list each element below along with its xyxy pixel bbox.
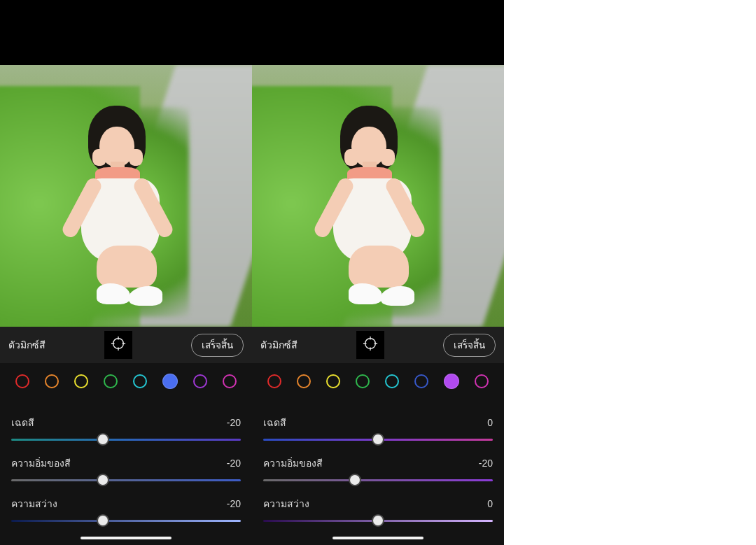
slider-label: เฉดสี (263, 415, 286, 430)
panel-right: ตัวมิกซ์สี เสร็จสิ้น เฉดสี (252, 65, 504, 545)
slider-track[interactable] (263, 472, 493, 489)
slider-value: -20 (227, 417, 241, 428)
slider-value: -20 (227, 498, 241, 509)
swatch-red[interactable] (267, 374, 281, 388)
slider-track[interactable] (263, 432, 493, 448)
slider-hue: เฉดสี -20 (11, 415, 241, 448)
swatch-blue[interactable] (414, 374, 428, 388)
swatch-purple[interactable] (444, 374, 459, 389)
swatch-cyan[interactable] (133, 374, 147, 388)
swatch-red[interactable] (15, 374, 29, 388)
slider-label: เฉดสี (11, 415, 34, 430)
slider-thumb[interactable] (97, 474, 109, 486)
mixer-toolbar: ตัวมิกซ์สี เสร็จสิ้น (252, 327, 504, 363)
target-icon (363, 336, 378, 354)
mixer-title: ตัวมิกซ์สี (260, 337, 298, 353)
slider-thumb[interactable] (372, 514, 384, 527)
slider-thumb[interactable] (372, 433, 384, 446)
slider-value: 0 (487, 417, 493, 428)
slider-label: ความสว่าง (11, 496, 57, 511)
slider-label: ความสว่าง (263, 496, 309, 511)
home-indicator[interactable] (80, 537, 172, 540)
slider-bar (11, 479, 241, 481)
slider-track[interactable] (11, 472, 241, 489)
slider-thumb[interactable] (97, 514, 109, 527)
top-black-bar (0, 0, 504, 65)
done-button[interactable]: เสร็จสิ้น (443, 334, 496, 357)
targeted-adjustment-button[interactable] (356, 331, 384, 359)
slider-thumb[interactable] (349, 474, 361, 486)
photo-preview[interactable] (0, 65, 252, 327)
photo-preview[interactable] (252, 65, 504, 327)
slider-saturation: ความอิ่มของสี -20 (263, 455, 493, 489)
targeted-adjustment-button[interactable] (104, 331, 132, 359)
slider-value: -20 (227, 458, 241, 469)
slider-bar (11, 439, 241, 441)
slider-saturation: ความอิ่มของสี -20 (11, 455, 241, 489)
swatch-yellow[interactable] (74, 374, 88, 388)
svg-point-0 (113, 339, 124, 349)
sliders-group: เฉดสี 0 ความอิ่มของสี -20 (252, 399, 504, 530)
slider-label: ความอิ่มของสี (263, 455, 323, 471)
slider-thumb[interactable] (97, 433, 109, 446)
panels-row: ตัวมิกซ์สี เสร็จสิ้น เฉดสี (0, 65, 504, 545)
swatch-purple[interactable] (193, 374, 207, 388)
swatch-blue[interactable] (162, 374, 178, 389)
slider-bar (11, 520, 241, 522)
swatch-magenta[interactable] (223, 374, 237, 388)
slider-value: 0 (487, 498, 493, 509)
slider-luminance: ความสว่าง 0 (263, 496, 493, 530)
done-button[interactable]: เสร็จสิ้น (191, 334, 244, 357)
home-indicator[interactable] (332, 537, 424, 540)
slider-luminance: ความสว่าง -20 (11, 496, 241, 530)
panel-left: ตัวมิกซ์สี เสร็จสิ้น เฉดสี (0, 65, 252, 545)
slider-label: ความอิ่มของสี (11, 455, 71, 471)
mixer-toolbar: ตัวมิกซ์สี เสร็จสิ้น (0, 327, 252, 363)
slider-track[interactable] (11, 432, 241, 448)
slider-bar (263, 479, 493, 481)
swatch-green[interactable] (104, 374, 118, 388)
swatch-yellow[interactable] (326, 374, 340, 388)
slider-track[interactable] (263, 513, 493, 530)
svg-point-5 (365, 339, 376, 349)
swatch-green[interactable] (356, 374, 370, 388)
mixer-title: ตัวมิกซ์สี (8, 337, 46, 353)
slider-hue: เฉดสี 0 (263, 415, 493, 448)
target-icon (111, 336, 126, 354)
color-swatches (0, 363, 252, 399)
swatch-cyan[interactable] (385, 374, 399, 388)
slider-value: -20 (479, 458, 493, 469)
app-stage: ตัวมิกซ์สี เสร็จสิ้น เฉดสี (0, 0, 504, 545)
swatch-orange[interactable] (297, 374, 311, 388)
slider-track[interactable] (11, 513, 241, 530)
color-swatches (252, 363, 504, 399)
sliders-group: เฉดสี -20 ความอิ่มของสี -20 (0, 399, 252, 530)
swatch-magenta[interactable] (475, 374, 489, 388)
swatch-orange[interactable] (45, 374, 59, 388)
